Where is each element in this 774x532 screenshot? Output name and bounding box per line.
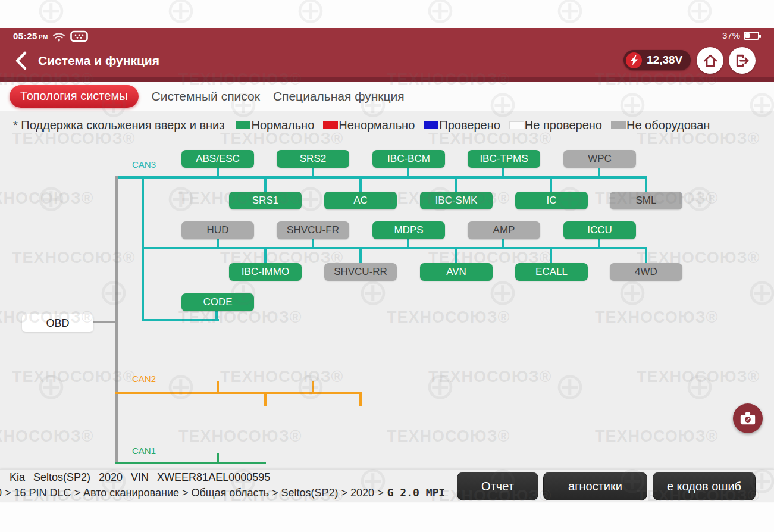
bus-line [115, 392, 362, 394]
bus-line [359, 394, 362, 406]
node-obd[interactable]: OBD [22, 314, 93, 332]
bus-line [312, 167, 314, 176]
bus-line [359, 249, 362, 263]
bus-line [502, 167, 504, 176]
node-hud[interactable]: HUD [181, 221, 254, 239]
node-mdps[interactable]: MDPS [372, 221, 445, 239]
node-ibc-smk[interactable]: IBC-SMK [420, 192, 493, 209]
node-amp[interactable]: AMP [468, 221, 540, 239]
node-sml[interactable]: SML [610, 192, 682, 209]
bus-line [142, 319, 219, 321]
bottom-bar: Kia Seltos(SP2) 2020 VIN XWEER81AEL00005… [0, 469, 774, 502]
node-ac[interactable]: AC [324, 192, 397, 209]
bus-line [455, 179, 457, 192]
bus-line [142, 247, 647, 249]
breadcrumb: 0 > 16 PIN DLC > Авто сканирование > Общ… [0, 486, 445, 499]
camera-icon [740, 412, 756, 425]
bus-line [264, 249, 267, 263]
bus-line [407, 167, 409, 176]
bus-line [264, 394, 267, 406]
bus-line [359, 179, 362, 192]
topology-diagram: ABS/ESCSRS2IBC-BCMIBC-TPMSWPCSRS1ACIBC-S… [0, 0, 774, 532]
bus-line [455, 249, 457, 263]
vehicle-info: Kia Seltos(SP2) 2020 VIN XWEER81AEL00005… [10, 471, 270, 484]
bus-line [645, 247, 647, 263]
bus-line [217, 167, 219, 176]
bus-label-can2: CAN2 [132, 374, 156, 384]
node-iccu[interactable]: ICCU [563, 221, 636, 239]
clear-dtc-button[interactable]: е кодов ошиб [653, 472, 756, 500]
bus-line [117, 176, 647, 179]
bus-line [598, 167, 600, 176]
bus-line [264, 179, 267, 192]
node-abs-esc[interactable]: ABS/ESC [181, 150, 254, 168]
bus-line [115, 176, 118, 464]
bus-line [598, 239, 600, 247]
node-4wd[interactable]: 4WD [610, 263, 682, 281]
bus-line [217, 239, 219, 247]
node-ecall[interactable]: ECALL [515, 263, 588, 281]
bus-label-can3: CAN3 [132, 159, 156, 170]
bus-label-can1: CAN1 [132, 446, 156, 456]
bus-line [115, 462, 266, 464]
node-avn[interactable]: AVN [420, 263, 493, 281]
bus-line [217, 381, 219, 392]
bus-line [92, 321, 115, 323]
bus-line [407, 239, 409, 247]
screenshot-button[interactable] [733, 403, 763, 433]
bus-line [215, 311, 218, 319]
report-button[interactable]: Отчет [457, 472, 538, 500]
bus-line [312, 239, 314, 247]
bus-line [550, 249, 552, 263]
node-code[interactable]: CODE [181, 293, 254, 311]
node-ic[interactable]: IC [515, 192, 588, 209]
bus-line [645, 176, 647, 192]
node-srs1[interactable]: SRS1 [229, 192, 302, 209]
node-shvcu-fr[interactable]: SHVCU-FR [277, 221, 349, 239]
node-wpc[interactable]: WPC [563, 150, 636, 168]
node-shvcu-rr[interactable]: SHVCU-RR [324, 263, 397, 281]
node-ibc-immo[interactable]: IBC-IMMO [229, 263, 302, 281]
bus-line [550, 179, 552, 192]
node-ibc-tpms[interactable]: IBC-TPMS [468, 150, 540, 168]
engine-label: G 2.0 MPI [387, 486, 446, 499]
diagnostic-app-screen: 05:25PM 37% Система и функция 12,38V [0, 0, 774, 532]
bus-line [312, 381, 314, 392]
diagnostics-button[interactable]: агностики [543, 472, 647, 500]
node-srs2[interactable]: SRS2 [277, 150, 349, 168]
bus-line [217, 453, 219, 462]
node-ibc-bcm[interactable]: IBC-BCM [372, 150, 445, 168]
bus-line [502, 239, 504, 247]
